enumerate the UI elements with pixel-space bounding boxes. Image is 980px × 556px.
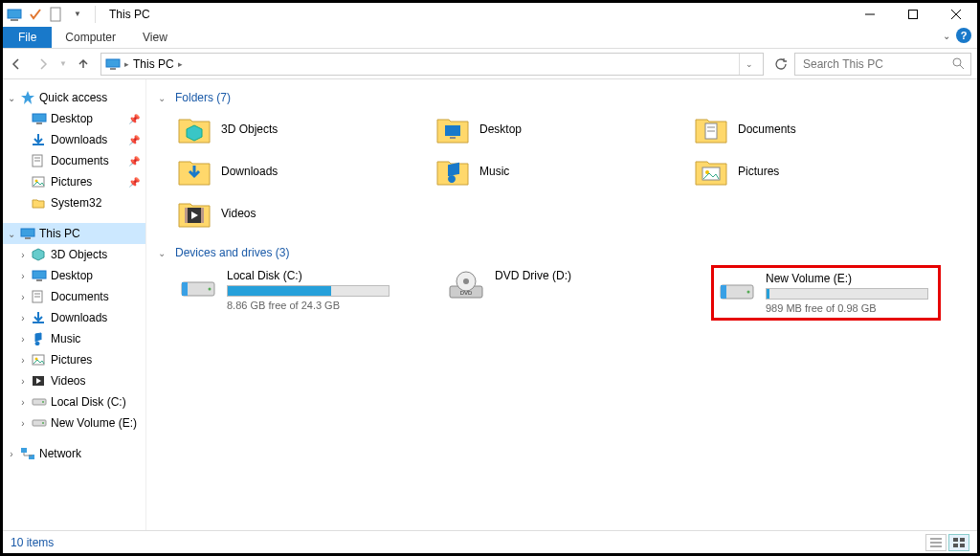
folder-3d-objects[interactable]: 3D Objects	[175, 110, 395, 148]
address-bar[interactable]: ▸ This PC ▸ ⌄	[100, 53, 764, 76]
chevron-down-icon[interactable]: ⌄	[158, 93, 175, 103]
nav-item-label: Documents	[51, 290, 109, 303]
nav-item-desktop[interactable]: ›Desktop	[3, 265, 145, 286]
nav-item-pictures[interactable]: Pictures📌	[3, 171, 145, 192]
folder-documents[interactable]: Documents	[692, 110, 912, 148]
svg-rect-46	[201, 208, 204, 223]
view-large-icons-button[interactable]	[948, 534, 969, 551]
up-button[interactable]	[70, 51, 97, 78]
folder-videos[interactable]: Videos	[175, 194, 395, 233]
close-button[interactable]	[934, 3, 977, 26]
svg-rect-21	[25, 237, 31, 239]
svg-rect-60	[953, 538, 958, 542]
content-pane: ⌄ Folders (7) 3D ObjectsDesktopDocuments…	[146, 79, 977, 530]
drive-sub: 8.86 GB free of 24.3 GB	[227, 300, 401, 311]
recent-dropdown-icon[interactable]: ▼	[56, 51, 70, 78]
chevron-right-icon[interactable]: ▸	[124, 59, 129, 69]
desktop-icon	[32, 269, 49, 282]
search-box[interactable]	[794, 53, 971, 76]
drive-usage-bar	[766, 288, 928, 300]
pin-icon: 📌	[128, 156, 140, 167]
nav-item-downloads[interactable]: ›Downloads	[3, 307, 145, 328]
nav-item-system32[interactable]: System32	[3, 192, 145, 213]
nav-quick-access[interactable]: ⌄ Quick access	[3, 87, 145, 108]
minimize-button[interactable]	[848, 3, 891, 26]
svg-point-49	[209, 288, 212, 291]
chevron-right-icon[interactable]: ›	[16, 334, 30, 345]
forward-button[interactable]	[30, 51, 56, 78]
maximize-button[interactable]	[891, 3, 934, 26]
nav-item-desktop[interactable]: Desktop📌	[3, 108, 145, 129]
downloads-icon	[32, 133, 49, 146]
back-button[interactable]	[3, 51, 30, 78]
group-title: Devices and drives (3)	[175, 246, 289, 259]
chevron-right-icon[interactable]: ›	[5, 449, 18, 459]
folder-music[interactable]: Music	[434, 152, 654, 190]
nav-item-music[interactable]: ›Music	[3, 328, 145, 349]
chevron-right-icon[interactable]: ›	[16, 376, 30, 387]
system32-icon	[32, 197, 49, 209]
nav-item-downloads[interactable]: Downloads📌	[3, 129, 145, 150]
nav-item-label: Music	[51, 332, 80, 345]
group-header-folders[interactable]: ⌄ Folders (7)	[158, 91, 966, 104]
chevron-right-icon[interactable]: ›	[16, 250, 30, 260]
folder-pictures[interactable]: Pictures	[692, 152, 912, 190]
svg-rect-12	[33, 114, 46, 122]
qat-dropdown-icon[interactable]: ▼	[70, 7, 85, 22]
tab-computer[interactable]: Computer	[52, 27, 129, 48]
nav-item-pictures[interactable]: ›Pictures	[3, 349, 145, 370]
nav-network[interactable]: › Network	[3, 443, 145, 464]
chevron-right-icon[interactable]: ›	[16, 418, 30, 429]
tab-file[interactable]: File	[3, 27, 52, 48]
nav-item-label: Pictures	[51, 353, 92, 367]
nav-item-documents[interactable]: Documents📌	[3, 150, 145, 171]
chevron-right-icon[interactable]: ›	[16, 313, 30, 323]
search-icon[interactable]	[952, 57, 965, 70]
pictures-icon	[32, 176, 49, 188]
nav-this-pc[interactable]: ⌄ This PC	[3, 223, 145, 244]
nav-item-videos[interactable]: ›Videos	[3, 370, 145, 391]
view-details-button[interactable]	[925, 534, 947, 551]
chevron-right-icon[interactable]: ›	[16, 397, 30, 408]
drive-icon	[718, 272, 756, 310]
status-bar: 10 items	[3, 530, 977, 553]
nav-item-label: Local Disk (C:)	[51, 395, 126, 409]
chevron-down-icon[interactable]: ⌄	[5, 229, 18, 239]
search-input[interactable]	[801, 56, 952, 72]
drive-dvd-drive-d[interactable]: DVDDVD Drive (D:)	[443, 265, 673, 321]
chevron-right-icon[interactable]: ›	[16, 292, 30, 302]
chevron-down-icon[interactable]: ⌄	[158, 248, 175, 258]
nav-item-new-volume-e[interactable]: ›New Volume (E:)	[3, 412, 145, 434]
qat-properties-icon[interactable]	[28, 7, 43, 22]
chevron-down-icon[interactable]: ⌄	[5, 93, 18, 103]
nav-item-3d-objects[interactable]: ›3D Objects	[3, 244, 145, 265]
folder-desktop[interactable]: Desktop	[434, 110, 654, 148]
breadcrumb-root[interactable]: This PC	[133, 57, 174, 71]
qat-new-icon[interactable]	[49, 7, 64, 22]
nav-item-documents[interactable]: ›Documents	[3, 286, 145, 307]
tab-view[interactable]: View	[129, 27, 181, 48]
ribbon-collapse-icon[interactable]: ⌄	[943, 31, 950, 41]
pin-icon: 📌	[128, 114, 140, 124]
help-icon[interactable]: ?	[956, 28, 971, 43]
drive-local-disk-c[interactable]: Local Disk (C:)8.86 GB free of 24.3 GB	[175, 265, 405, 321]
network-icon	[20, 447, 37, 460]
group-header-drives[interactable]: ⌄ Devices and drives (3)	[158, 246, 966, 259]
new-volume-e-icon	[32, 418, 49, 428]
nav-item-label: Videos	[51, 374, 85, 388]
svg-rect-45	[185, 208, 188, 223]
folder-downloads[interactable]: Downloads	[175, 152, 395, 190]
chevron-right-icon[interactable]: ›	[16, 355, 30, 366]
documents-icon	[32, 290, 49, 303]
nav-item-local-disk-c[interactable]: ›Local Disk (C:)	[3, 391, 145, 412]
chevron-right-icon[interactable]: ›	[16, 271, 30, 281]
group-title: Folders (7)	[175, 91, 231, 104]
address-pc-icon	[105, 57, 121, 71]
nav-item-label: Desktop	[51, 112, 93, 125]
refresh-button[interactable]	[768, 53, 794, 76]
drive-new-volume-e[interactable]: New Volume (E:)989 MB free of 0.98 GB	[711, 265, 941, 321]
desktop-icon	[32, 112, 49, 125]
address-history-dropdown[interactable]: ⌄	[739, 54, 759, 75]
nav-label: Quick access	[39, 91, 107, 104]
chevron-right-icon[interactable]: ▸	[178, 59, 183, 69]
